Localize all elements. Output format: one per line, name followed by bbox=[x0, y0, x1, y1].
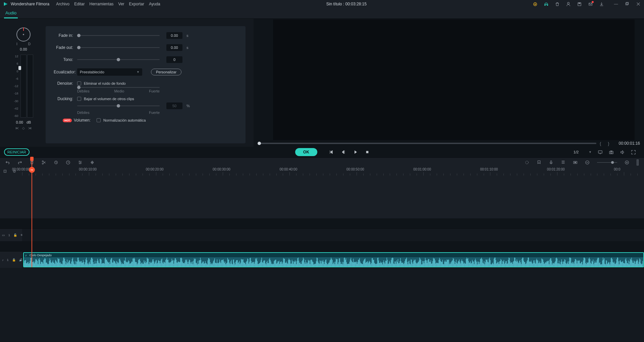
render-icon[interactable] bbox=[525, 160, 529, 165]
timeline-toolbar bbox=[0, 157, 644, 167]
svg-point-2 bbox=[568, 2, 570, 4]
menu-herramientas[interactable]: Herramientas bbox=[90, 2, 114, 6]
redo-icon[interactable] bbox=[17, 160, 22, 165]
step-back-icon[interactable] bbox=[341, 150, 346, 154]
playhead[interactable]: ✂ bbox=[32, 157, 32, 267]
fullscreen-icon[interactable] bbox=[631, 150, 636, 155]
headphones-icon[interactable] bbox=[544, 2, 549, 7]
app-title: Wondershare Filmora bbox=[11, 2, 49, 6]
ok-button[interactable]: OK bbox=[295, 148, 317, 156]
knob-value: 0.00 bbox=[20, 47, 27, 51]
preview-time: 00:00:01:16 bbox=[619, 141, 640, 146]
ducking-value[interactable]: 50 bbox=[166, 102, 182, 109]
speed-icon[interactable] bbox=[66, 160, 70, 165]
bracket-out-icon[interactable]: } bbox=[608, 141, 609, 146]
fade-in-value[interactable]: 0.00 bbox=[166, 32, 182, 39]
timeline-tracks: ▭ 1 🔓 👁 ♪ 1 🔓 🔊 ♪ Cielo Despejado bbox=[0, 176, 644, 342]
download-icon[interactable] bbox=[599, 2, 604, 7]
volume-normalize-checkbox[interactable] bbox=[97, 118, 101, 122]
meter-fader[interactable] bbox=[18, 66, 21, 70]
adjust-icon[interactable] bbox=[78, 160, 83, 165]
minimize-icon[interactable]: — bbox=[613, 2, 619, 7]
svg-rect-4 bbox=[579, 2, 581, 4]
svg-point-11 bbox=[610, 152, 612, 153]
speaker-icon[interactable] bbox=[620, 150, 625, 155]
denoise-label: Denoise: bbox=[54, 81, 73, 86]
meter-next-icon[interactable]: ⋊ bbox=[28, 126, 32, 130]
split-icon[interactable] bbox=[42, 160, 46, 165]
tone-label: Tono: bbox=[54, 57, 73, 62]
audio-tool-icon[interactable] bbox=[90, 160, 95, 165]
menu-exportar[interactable]: Exportar bbox=[129, 2, 144, 6]
bracket-in-icon[interactable]: { bbox=[600, 141, 601, 146]
fade-out-slider[interactable] bbox=[77, 47, 160, 48]
customize-button[interactable]: Personalizar bbox=[151, 69, 181, 75]
meter-keyframe-icon[interactable]: ◇ bbox=[22, 126, 25, 130]
panel-footer: REINICIAR OK 1/2 ▼ bbox=[0, 147, 644, 157]
clip-name: Cielo Despejado bbox=[30, 254, 52, 257]
track-music-icon: ♪ bbox=[2, 258, 4, 262]
fade-in-slider[interactable] bbox=[77, 35, 160, 36]
lock-icon[interactable]: 🔓 bbox=[13, 233, 17, 237]
save-icon[interactable] bbox=[577, 2, 582, 7]
preview-scrubber[interactable] bbox=[258, 143, 596, 144]
svg-point-17 bbox=[526, 161, 529, 164]
stop-icon[interactable] bbox=[366, 150, 370, 154]
lock-icon[interactable]: 🔓 bbox=[12, 258, 16, 262]
menu-editar[interactable]: Editar bbox=[74, 2, 85, 6]
svg-rect-5 bbox=[589, 3, 592, 5]
record-icon[interactable] bbox=[549, 160, 553, 165]
ducking-slider[interactable] bbox=[77, 106, 160, 106]
audio-clip[interactable]: ♪ Cielo Despejado bbox=[23, 252, 644, 267]
menu-ayuda[interactable]: Ayuda bbox=[149, 2, 160, 6]
timeline-ruler[interactable]: 00:00:00:0000:00:10:0000:00:20:0000:00:3… bbox=[22, 167, 644, 176]
zoom-out-icon[interactable] bbox=[585, 160, 590, 165]
equalizer-select[interactable]: Preestablecido ▼ bbox=[77, 68, 142, 76]
svg-rect-12 bbox=[610, 150, 612, 151]
fit-icon[interactable]: ⊡ bbox=[3, 169, 8, 174]
play-icon[interactable] bbox=[354, 150, 358, 154]
svg-point-14 bbox=[42, 163, 44, 164]
menu-ver[interactable]: Ver bbox=[118, 2, 124, 6]
zoom-in-icon[interactable] bbox=[625, 160, 629, 165]
timeline-ruler-row: ⊡ ⊘ 00:00:00:0000:00:10:0000:00:20:0000:… bbox=[0, 167, 644, 176]
snapshot-icon[interactable] bbox=[609, 150, 614, 155]
balance-knob[interactable] bbox=[16, 27, 31, 42]
zoom-slider[interactable] bbox=[597, 162, 617, 163]
level-meter-icon[interactable] bbox=[637, 159, 639, 165]
prev-frame-icon[interactable] bbox=[329, 150, 334, 154]
close-icon[interactable] bbox=[636, 2, 641, 7]
tips-icon[interactable] bbox=[533, 2, 538, 7]
tone-slider[interactable] bbox=[77, 59, 160, 60]
meter-unit: dB bbox=[26, 120, 31, 124]
playhead-scissors-icon[interactable]: ✂ bbox=[29, 167, 35, 173]
chevron-down-icon: ▼ bbox=[137, 70, 140, 74]
mixer-icon[interactable] bbox=[561, 160, 566, 165]
notification-icon[interactable] bbox=[588, 2, 593, 7]
ducking-checkbox[interactable] bbox=[77, 97, 81, 101]
tab-audio[interactable]: Audio bbox=[4, 8, 18, 18]
meter-prev-icon[interactable]: ⋉ bbox=[15, 126, 19, 130]
titlebar: Wondershare Filmora Archivo Editar Herra… bbox=[0, 0, 644, 8]
crop-icon[interactable] bbox=[54, 160, 58, 165]
fade-out-value[interactable]: 0.00 bbox=[166, 44, 182, 51]
music-note-icon: ♪ bbox=[25, 254, 28, 257]
undo-icon[interactable] bbox=[5, 160, 10, 165]
denoise-checkbox[interactable] bbox=[77, 81, 81, 85]
video-track[interactable] bbox=[22, 229, 644, 241]
menu-archivo[interactable]: Archivo bbox=[56, 2, 69, 6]
denoise-slider[interactable] bbox=[77, 87, 160, 88]
audio-panel: I D 0.00 12 6 0 -6 -12 -18 -30 -42 -60 bbox=[0, 19, 254, 147]
marker-icon[interactable] bbox=[537, 160, 541, 165]
preview-panel: {} 00:00:01:16 bbox=[254, 19, 644, 147]
maximize-icon[interactable] bbox=[625, 2, 630, 7]
quality-select[interactable]: 1/2 ▼ bbox=[574, 150, 592, 154]
trash-icon[interactable] bbox=[555, 2, 560, 7]
app-logo-icon bbox=[3, 2, 8, 6]
audio-track[interactable]: ♪ Cielo Despejado bbox=[22, 252, 644, 268]
reset-button[interactable]: REINICIAR bbox=[4, 148, 30, 156]
display-icon[interactable] bbox=[598, 150, 603, 155]
tone-value[interactable]: 0 bbox=[166, 56, 182, 63]
ripple-icon[interactable] bbox=[573, 160, 578, 165]
user-icon[interactable] bbox=[566, 2, 571, 7]
